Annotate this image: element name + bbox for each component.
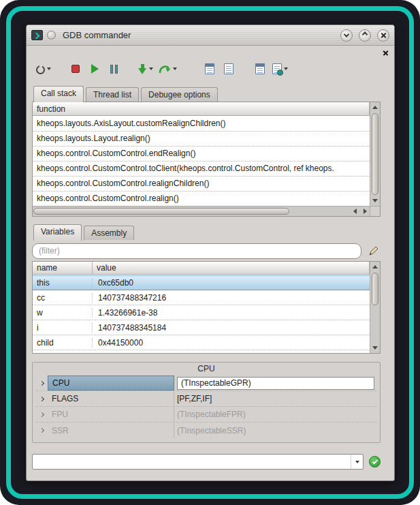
shade-window-button[interactable] xyxy=(340,29,353,42)
call-stack-row[interactable]: kheops.control.CustomControl.realign() xyxy=(33,192,370,206)
call-stack-row[interactable]: kheops.control.CustomControl.toClient(kh… xyxy=(33,162,370,177)
check-icon xyxy=(372,458,377,463)
maximize-window-button[interactable] xyxy=(359,29,371,42)
register-group-name[interactable]: CPU xyxy=(48,376,174,391)
tab-debugee-options[interactable]: Debugee options xyxy=(141,87,218,102)
filter-pen-button[interactable] xyxy=(367,244,381,258)
scrollbar-thumb[interactable] xyxy=(372,113,378,195)
variable-row[interactable]: i 140737488345184 xyxy=(33,320,370,335)
client-area: Call stack Thread list Debugee options f… xyxy=(27,46,394,481)
step-into-button[interactable] xyxy=(137,60,155,78)
app-icon xyxy=(31,30,43,40)
cpu-register-row[interactable]: FPU (TInspectableFPR) xyxy=(35,407,377,423)
command-input[interactable] xyxy=(33,455,351,469)
window-menu-icon[interactable] xyxy=(47,31,56,40)
tab-variables[interactable]: Variables xyxy=(33,224,82,241)
pen-icon xyxy=(368,245,379,256)
call-stack-row[interactable]: kheops.control.CustomControl.endRealign(… xyxy=(33,147,370,162)
cpu-register-row[interactable]: CPU (TInspectableGPR) xyxy=(35,376,377,391)
step-into-dropdown-icon[interactable] xyxy=(149,67,153,70)
variables-vertical-scrollbar[interactable] xyxy=(370,262,380,353)
step-over-button[interactable] xyxy=(157,60,178,78)
register-group-name[interactable]: FLAGS xyxy=(48,391,174,406)
power-dropdown-icon[interactable] xyxy=(47,67,51,70)
scroll-up-button[interactable] xyxy=(370,103,379,112)
variables-filter-input[interactable] xyxy=(32,243,361,259)
scroll-up-button[interactable] xyxy=(370,262,379,271)
variable-name: this xyxy=(33,278,93,288)
scroll-left-button[interactable] xyxy=(351,206,359,215)
scrollbar-thumb[interactable] xyxy=(33,208,289,215)
tab-assembly[interactable]: Assembly xyxy=(84,226,134,240)
callstack-horizontal-scrollbar[interactable] xyxy=(33,206,370,216)
expand-button[interactable] xyxy=(35,429,48,432)
callstack-vertical-scrollbar[interactable] xyxy=(370,102,380,206)
cpu-register-row[interactable]: SSR (TInspectableSSR) xyxy=(35,423,377,438)
register-value-editbox[interactable]: (TInspectableGPR) xyxy=(177,377,374,390)
register-group-name[interactable]: SSR xyxy=(48,423,174,438)
variable-name: i xyxy=(33,323,93,333)
cpu-groupbox-title: CPU xyxy=(192,364,220,373)
arrow-down-icon xyxy=(372,199,378,202)
continue-button[interactable] xyxy=(86,60,103,78)
scroll-right-button[interactable] xyxy=(361,206,370,215)
chevron-down-icon xyxy=(344,31,349,37)
titlebar[interactable]: GDB commander xyxy=(27,25,394,46)
register-group-value: (TInspectableGPR) xyxy=(174,377,377,390)
pause-button[interactable] xyxy=(106,60,122,78)
column-header-value[interactable]: value xyxy=(93,262,370,275)
step-over-icon xyxy=(159,64,171,74)
register-group-value: (TInspectableSSR) xyxy=(174,426,377,435)
step-into-icon xyxy=(138,64,147,74)
scrollbar-corner xyxy=(370,206,380,216)
expand-button[interactable] xyxy=(35,382,48,385)
close-icon xyxy=(381,32,387,38)
callstack-column-header-function[interactable]: function xyxy=(33,102,370,116)
chevron-right-icon xyxy=(39,396,44,401)
variable-row[interactable]: child 0x44150000 xyxy=(33,335,370,350)
show-memory-button[interactable] xyxy=(252,60,268,78)
register-group-value: (TInspectableFPR) xyxy=(174,410,377,419)
stop-button[interactable] xyxy=(67,60,84,78)
arrow-down-icon xyxy=(372,346,378,350)
debug-toolbar xyxy=(32,59,381,78)
process-list-button[interactable] xyxy=(271,60,289,78)
variable-row[interactable]: this 0xc65db0 xyxy=(33,275,370,290)
power-debugging-button[interactable] xyxy=(35,60,52,78)
variable-row[interactable]: w 1.43266961e-38 xyxy=(33,305,370,320)
command-combobox[interactable] xyxy=(32,454,364,470)
call-stack-row[interactable]: kheops.layouts.AxisLayout.customRealignC… xyxy=(33,117,370,132)
variable-name: w xyxy=(33,308,93,318)
send-command-button[interactable] xyxy=(369,456,381,468)
scroll-down-button[interactable] xyxy=(370,343,379,352)
callstack-tabbar: Call stack Thread list Debugee options xyxy=(32,85,381,102)
variable-row[interactable]: b 1.43266961e-38 xyxy=(33,350,370,353)
expand-button[interactable] xyxy=(35,413,48,416)
variables-filter-row xyxy=(32,243,381,259)
cpu-register-row[interactable]: FLAGS [PF,ZF,IF] xyxy=(35,391,377,407)
column-header-name[interactable]: name xyxy=(33,262,93,275)
call-stack-row[interactable]: kheops.layouts.Layout.realign() xyxy=(33,132,370,147)
call-stack-row[interactable]: kheops.control.CustomControl.realignChil… xyxy=(33,177,370,192)
dock-close-button[interactable] xyxy=(381,48,390,57)
tab-thread-list[interactable]: Thread list xyxy=(86,87,139,102)
show-list-button[interactable] xyxy=(221,60,237,78)
close-window-button[interactable] xyxy=(377,29,389,42)
expand-button[interactable] xyxy=(35,397,48,401)
chevron-right-icon xyxy=(39,412,44,416)
show-output-button[interactable] xyxy=(201,60,218,78)
tab-call-stack[interactable]: Call stack xyxy=(33,86,84,102)
variable-value: 1.43266961e-38 xyxy=(93,308,370,318)
register-group-value: [PF,ZF,IF] xyxy=(174,394,377,403)
command-dropdown-button[interactable] xyxy=(351,455,363,469)
step-over-dropdown-icon[interactable] xyxy=(173,67,177,70)
scroll-down-button[interactable] xyxy=(370,196,379,205)
variables-header: name value xyxy=(33,262,370,275)
variable-row[interactable]: cc 140737488347216 xyxy=(33,290,370,305)
register-group-name[interactable]: FPU xyxy=(48,407,174,422)
chevron-up-icon xyxy=(362,31,368,37)
variable-value: 1.43266961e-38 xyxy=(93,353,370,354)
process-dropdown-icon[interactable] xyxy=(284,67,288,70)
scrollbar-thumb[interactable] xyxy=(372,273,378,305)
variables-panel: name value this 0xc65db0 cc 140737488347… xyxy=(32,261,381,354)
